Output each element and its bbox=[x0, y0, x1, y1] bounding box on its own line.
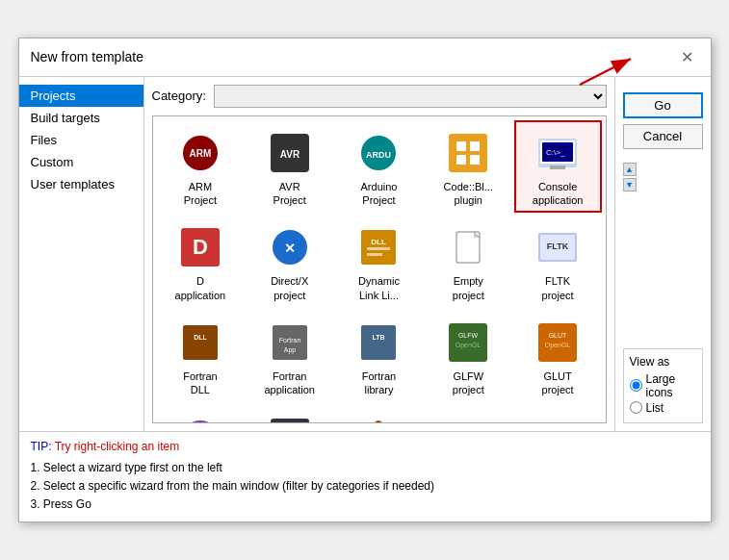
d-app-icon: D bbox=[177, 224, 223, 270]
svg-rect-7 bbox=[456, 141, 466, 151]
fortran-lib-icon: LTB bbox=[355, 319, 402, 366]
template-lightfea-project[interactable]: Lightfea...project bbox=[514, 405, 602, 423]
list-radio[interactable] bbox=[630, 401, 642, 414]
cancel-button[interactable]: Cancel bbox=[623, 124, 703, 149]
go-button[interactable]: Go bbox=[623, 92, 703, 118]
scroll-up-arrow[interactable]: ▲ bbox=[623, 163, 637, 176]
right-panel: Go Cancel ▲ ▼ View as Large icons List bbox=[614, 77, 711, 431]
template-dll-name: DynamicLink Li... bbox=[358, 274, 400, 302]
template-fltk-name: FLTKproject bbox=[542, 274, 574, 302]
template-d-app[interactable]: D Dapplication bbox=[157, 215, 245, 308]
fortran-app-icon: Fortran App bbox=[267, 319, 313, 366]
svg-text:ARDU: ARDU bbox=[366, 150, 391, 160]
svg-text:GLUT: GLUT bbox=[549, 332, 567, 339]
template-d-name: Dapplication bbox=[175, 274, 226, 302]
fltk-icon: FLTK bbox=[534, 224, 581, 270]
svg-point-42 bbox=[183, 420, 218, 423]
template-fortran-app-name: Fortranapplication bbox=[264, 369, 315, 397]
svg-rect-15 bbox=[550, 165, 565, 169]
sidebar-item-custom[interactable]: Custom bbox=[19, 151, 143, 173]
instruction-3: 3. Press Go bbox=[31, 496, 699, 514]
template-gtk-project[interactable]: GTK GTK+project bbox=[157, 405, 245, 423]
template-irrlicht-project[interactable]: irr Irrlichtproject bbox=[246, 405, 333, 423]
category-select[interactable] bbox=[214, 85, 607, 108]
svg-rect-8 bbox=[470, 141, 480, 151]
template-directx-project[interactable]: ✕ Direct/Xproject bbox=[246, 215, 333, 308]
console-icon: C:\>_ bbox=[534, 130, 581, 176]
template-glut-name: GLUTproject bbox=[542, 369, 574, 397]
new-from-template-dialog: New from template ✕ Projects Build targe… bbox=[18, 38, 712, 523]
category-row: Category: bbox=[152, 85, 607, 108]
svg-text:OpenGL: OpenGL bbox=[545, 342, 571, 349]
template-fortran-lib-name: Fortranlibrary bbox=[362, 369, 396, 397]
svg-text:App: App bbox=[283, 346, 296, 354]
template-fltk-project[interactable]: FLTK FLTKproject bbox=[514, 215, 602, 308]
template-empty-project[interactable]: Emptyproject bbox=[425, 215, 512, 308]
large-icons-radio-row: Large icons bbox=[630, 372, 696, 399]
template-directx-name: Direct/Xproject bbox=[271, 274, 308, 302]
template-fortran-dll[interactable]: DLL FortranDLL bbox=[157, 310, 245, 403]
bottom-area: TIP: Try right-clicking an item 1. Selec… bbox=[19, 431, 711, 522]
template-console-app[interactable]: C:\>_ Consoleapplication bbox=[514, 120, 602, 214]
template-kernel-mod[interactable]: SYS KernelMod... bbox=[425, 405, 512, 423]
gtk-icon: GTK bbox=[177, 415, 223, 423]
svg-rect-34 bbox=[361, 325, 396, 360]
dialog-title: New from template bbox=[31, 49, 143, 64]
svg-line-54 bbox=[580, 59, 631, 85]
go-area: Go bbox=[623, 85, 703, 118]
sidebar-item-build-targets[interactable]: Build targets bbox=[19, 107, 143, 129]
template-glfw-project[interactable]: GLFW OpenGL GLFWproject bbox=[425, 310, 512, 403]
template-java-app[interactable]: Javaapplication bbox=[335, 405, 423, 423]
template-glfw-name: GLFWproject bbox=[453, 369, 484, 397]
tip-link[interactable]: Try right-clicking an item bbox=[55, 440, 180, 453]
fortran-dll-icon: DLL bbox=[177, 319, 223, 366]
template-empty-name: Emptyproject bbox=[453, 274, 484, 302]
template-avr-project[interactable]: AVR AVRProject bbox=[246, 120, 333, 214]
sidebar: Projects Build targets Files Custom User… bbox=[19, 77, 144, 431]
template-console-name: Consoleapplication bbox=[533, 180, 584, 208]
sidebar-item-projects[interactable]: Projects bbox=[19, 85, 143, 107]
svg-text:LTB: LTB bbox=[373, 334, 385, 341]
scroll-down-arrow[interactable]: ▼ bbox=[623, 178, 637, 191]
template-codeblocks-plugin[interactable]: Code::Bl...plugin bbox=[425, 120, 512, 214]
arduino-icon: ARDU bbox=[355, 130, 402, 176]
lightfea-icon bbox=[534, 415, 581, 423]
svg-point-47 bbox=[374, 420, 383, 423]
directx-icon: ✕ bbox=[267, 224, 313, 270]
svg-rect-29 bbox=[183, 325, 218, 360]
instructions: 1. Select a wizard type first on the lef… bbox=[31, 459, 699, 515]
scroll-arrows: ▲ ▼ bbox=[623, 163, 703, 191]
dll-icon: DLL bbox=[355, 224, 402, 270]
svg-text:DLL: DLL bbox=[194, 334, 207, 341]
empty-icon bbox=[445, 224, 491, 270]
svg-text:OpenGL: OpenGL bbox=[456, 342, 482, 349]
avr-icon: AVR bbox=[267, 130, 313, 176]
template-arduino-project[interactable]: ARDU ArduinoProject bbox=[335, 120, 423, 214]
list-radio-row: List bbox=[630, 401, 696, 415]
irrlicht-icon: irr bbox=[267, 415, 313, 423]
close-button[interactable]: ✕ bbox=[675, 46, 699, 68]
view-as-label: View as bbox=[630, 355, 696, 369]
templates-grid: ARM ARMProject AVR AVRProject bbox=[152, 115, 607, 423]
template-fortran-app[interactable]: Fortran App Fortranapplication bbox=[246, 310, 333, 403]
view-as-group: View as Large icons List bbox=[623, 348, 703, 423]
template-glut-project[interactable]: GLUT OpenGL GLUTproject bbox=[514, 310, 602, 403]
sidebar-item-user-templates[interactable]: User templates bbox=[19, 173, 143, 195]
tip-text: TIP: Try right-clicking an item bbox=[31, 440, 699, 453]
svg-text:D: D bbox=[193, 235, 208, 259]
main-area: Category: ARM ARMProject bbox=[144, 77, 614, 431]
template-arm-project[interactable]: ARM ARMProject bbox=[157, 120, 245, 214]
svg-text:AVR: AVR bbox=[280, 149, 300, 160]
svg-point-48 bbox=[453, 422, 483, 423]
glfw-icon: GLFW OpenGL bbox=[445, 319, 491, 366]
svg-text:ARM: ARM bbox=[190, 148, 212, 159]
dialog-body: Projects Build targets Files Custom User… bbox=[19, 77, 711, 431]
sidebar-item-files[interactable]: Files bbox=[19, 129, 143, 151]
template-dll-project[interactable]: DLL DynamicLink Li... bbox=[335, 215, 423, 308]
list-label: List bbox=[646, 401, 664, 415]
template-fortran-lib[interactable]: LTB Fortranlibrary bbox=[335, 310, 423, 403]
svg-rect-9 bbox=[456, 155, 466, 165]
large-icons-radio[interactable] bbox=[630, 379, 642, 392]
svg-rect-23 bbox=[367, 253, 382, 256]
svg-text:✕: ✕ bbox=[284, 241, 296, 256]
